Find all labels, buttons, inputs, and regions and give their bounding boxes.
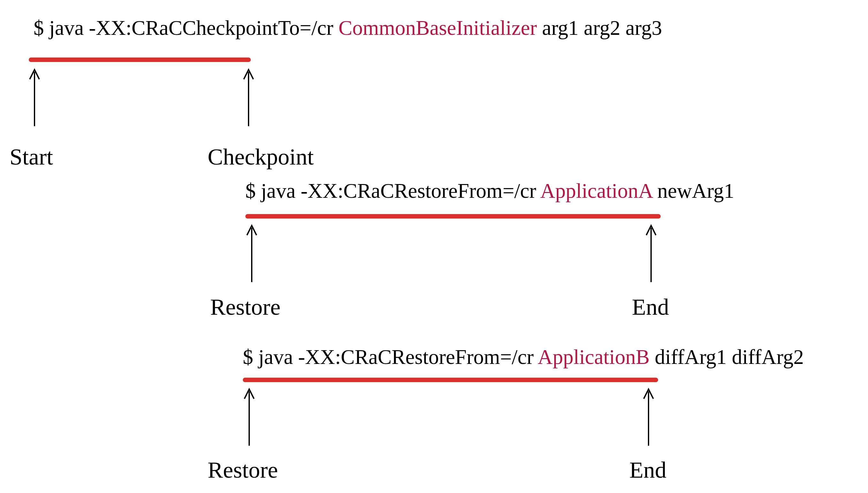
label-end-b: End bbox=[629, 457, 667, 484]
cmd3-suffix: diffArg1 diffArg2 bbox=[650, 345, 804, 368]
label-restore-b: Restore bbox=[208, 457, 278, 484]
command-restore-b: $ java -XX:CRaCRestoreFrom=/cr Applicati… bbox=[243, 345, 804, 369]
timeline-restore-b bbox=[243, 378, 658, 382]
arrow-end-a bbox=[645, 223, 657, 285]
arrow-restore-b bbox=[243, 387, 256, 449]
cmd1-highlight: CommonBaseInitializer bbox=[339, 16, 537, 39]
label-start: Start bbox=[9, 144, 53, 170]
cmd3-prefix: $ java -XX:CRaCRestoreFrom=/cr bbox=[243, 345, 538, 368]
command-restore-a: $ java -XX:CRaCRestoreFrom=/cr Applicati… bbox=[245, 179, 734, 203]
cmd1-suffix: arg1 arg2 arg3 bbox=[537, 16, 662, 39]
arrow-end-b bbox=[642, 387, 655, 449]
label-end-a: End bbox=[632, 294, 669, 320]
timeline-restore-a bbox=[245, 214, 661, 218]
label-checkpoint: Checkpoint bbox=[208, 144, 314, 170]
cmd1-prefix: $ java -XX:CRaCCheckpointTo=/cr bbox=[34, 16, 339, 39]
cmd2-prefix: $ java -XX:CRaCRestoreFrom=/cr bbox=[245, 179, 540, 202]
cmd3-highlight: ApplicationB bbox=[538, 345, 650, 368]
cmd2-suffix: newArg1 bbox=[652, 179, 734, 202]
arrow-restore-a bbox=[245, 223, 258, 285]
label-restore-a: Restore bbox=[210, 294, 281, 320]
command-checkpoint: $ java -XX:CRaCCheckpointTo=/cr CommonBa… bbox=[34, 16, 662, 40]
timeline-checkpoint bbox=[29, 58, 251, 62]
arrow-start bbox=[28, 67, 41, 129]
arrow-checkpoint bbox=[242, 67, 255, 129]
cmd2-highlight: ApplicationA bbox=[540, 179, 652, 202]
